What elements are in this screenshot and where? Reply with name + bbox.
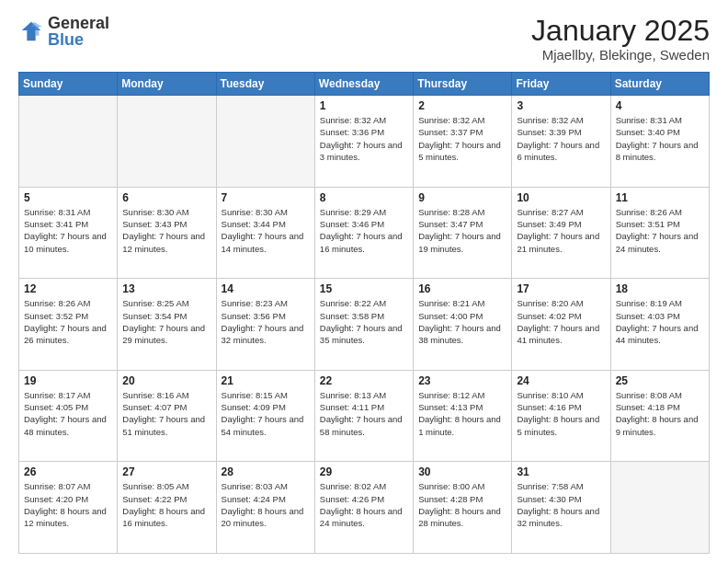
calendar-cell-3-0: 19Sunrise: 8:17 AM Sunset: 4:05 PM Dayli… (19, 370, 118, 462)
day-number-10: 10 (517, 191, 605, 204)
calendar-cell-3-1: 20Sunrise: 8:16 AM Sunset: 4:07 PM Dayli… (118, 370, 216, 462)
calendar-cell-0-6: 4Sunrise: 8:31 AM Sunset: 3:40 PM Daylig… (610, 96, 709, 188)
day-number-9: 9 (418, 191, 506, 204)
day-info-18: Sunrise: 8:19 AM Sunset: 4:03 PM Dayligh… (616, 297, 704, 346)
day-number-19: 19 (24, 374, 112, 387)
week-row-2: 5Sunrise: 8:31 AM Sunset: 3:41 PM Daylig… (19, 187, 710, 279)
day-number-31: 31 (517, 465, 605, 478)
day-number-11: 11 (616, 191, 704, 204)
day-number-3: 3 (517, 99, 605, 112)
day-info-23: Sunrise: 8:12 AM Sunset: 4:13 PM Dayligh… (418, 389, 506, 438)
day-number-18: 18 (616, 282, 704, 295)
calendar-cell-0-2 (216, 96, 314, 188)
week-row-3: 12Sunrise: 8:26 AM Sunset: 3:52 PM Dayli… (19, 279, 710, 371)
day-info-10: Sunrise: 8:27 AM Sunset: 3:49 PM Dayligh… (517, 206, 605, 255)
calendar-cell-2-0: 12Sunrise: 8:26 AM Sunset: 3:52 PM Dayli… (19, 279, 118, 371)
day-info-30: Sunrise: 8:00 AM Sunset: 4:28 PM Dayligh… (418, 480, 506, 529)
day-info-2: Sunrise: 8:32 AM Sunset: 3:37 PM Dayligh… (418, 114, 506, 163)
day-number-25: 25 (616, 374, 704, 387)
day-number-5: 5 (24, 191, 112, 204)
day-info-17: Sunrise: 8:20 AM Sunset: 4:02 PM Dayligh… (517, 297, 605, 346)
day-number-15: 15 (320, 282, 408, 295)
day-info-6: Sunrise: 8:30 AM Sunset: 3:43 PM Dayligh… (122, 206, 210, 255)
calendar-cell-3-2: 21Sunrise: 8:15 AM Sunset: 4:09 PM Dayli… (216, 370, 314, 462)
calendar-cell-1-6: 11Sunrise: 8:26 AM Sunset: 3:51 PM Dayli… (610, 187, 709, 279)
calendar-cell-4-3: 29Sunrise: 8:02 AM Sunset: 4:26 PM Dayli… (314, 462, 413, 554)
day-number-2: 2 (418, 99, 506, 112)
day-info-1: Sunrise: 8:32 AM Sunset: 3:36 PM Dayligh… (320, 114, 408, 163)
calendar-cell-0-1 (118, 96, 216, 188)
day-number-21: 21 (222, 374, 310, 387)
day-info-8: Sunrise: 8:29 AM Sunset: 3:46 PM Dayligh… (320, 206, 408, 255)
calendar-cell-3-4: 23Sunrise: 8:12 AM Sunset: 4:13 PM Dayli… (414, 370, 512, 462)
calendar-subtitle: Mjaellby, Blekinge, Sweden (531, 47, 710, 63)
calendar-cell-1-4: 9Sunrise: 8:28 AM Sunset: 3:47 PM Daylig… (414, 187, 512, 279)
day-info-21: Sunrise: 8:15 AM Sunset: 4:09 PM Dayligh… (222, 389, 310, 438)
calendar-cell-1-5: 10Sunrise: 8:27 AM Sunset: 3:49 PM Dayli… (512, 187, 610, 279)
calendar-cell-1-2: 7Sunrise: 8:30 AM Sunset: 3:44 PM Daylig… (216, 187, 314, 279)
title-block: January 2025 Mjaellby, Blekinge, Sweden (531, 15, 710, 63)
calendar-cell-1-0: 5Sunrise: 8:31 AM Sunset: 3:41 PM Daylig… (19, 187, 118, 279)
day-info-20: Sunrise: 8:16 AM Sunset: 4:07 PM Dayligh… (122, 389, 210, 438)
day-info-13: Sunrise: 8:25 AM Sunset: 3:54 PM Dayligh… (122, 297, 210, 346)
day-info-28: Sunrise: 8:03 AM Sunset: 4:24 PM Dayligh… (222, 480, 310, 529)
day-number-17: 17 (517, 282, 605, 295)
day-info-25: Sunrise: 8:08 AM Sunset: 4:18 PM Dayligh… (616, 389, 704, 438)
calendar-cell-0-3: 1Sunrise: 8:32 AM Sunset: 3:36 PM Daylig… (314, 96, 413, 188)
calendar-cell-1-3: 8Sunrise: 8:29 AM Sunset: 3:46 PM Daylig… (314, 187, 413, 279)
logo-icon (18, 18, 44, 44)
day-number-8: 8 (320, 191, 408, 204)
day-info-9: Sunrise: 8:28 AM Sunset: 3:47 PM Dayligh… (418, 206, 506, 255)
week-row-1: 1Sunrise: 8:32 AM Sunset: 3:36 PM Daylig… (19, 96, 710, 188)
day-info-11: Sunrise: 8:26 AM Sunset: 3:51 PM Dayligh… (616, 206, 704, 255)
day-info-7: Sunrise: 8:30 AM Sunset: 3:44 PM Dayligh… (222, 206, 310, 255)
calendar-cell-4-2: 28Sunrise: 8:03 AM Sunset: 4:24 PM Dayli… (216, 462, 314, 554)
day-info-22: Sunrise: 8:13 AM Sunset: 4:11 PM Dayligh… (320, 389, 408, 438)
day-info-3: Sunrise: 8:32 AM Sunset: 3:39 PM Dayligh… (517, 114, 605, 163)
day-info-24: Sunrise: 8:10 AM Sunset: 4:16 PM Dayligh… (517, 389, 605, 438)
logo-general-text: General (48, 15, 109, 31)
day-info-27: Sunrise: 8:05 AM Sunset: 4:22 PM Dayligh… (122, 480, 210, 529)
calendar-cell-2-3: 15Sunrise: 8:22 AM Sunset: 3:58 PM Dayli… (314, 279, 413, 371)
calendar-cell-0-0 (19, 96, 118, 188)
day-info-26: Sunrise: 8:07 AM Sunset: 4:20 PM Dayligh… (24, 480, 112, 529)
day-info-12: Sunrise: 8:26 AM Sunset: 3:52 PM Dayligh… (24, 297, 112, 346)
day-number-27: 27 (122, 465, 210, 478)
calendar-cell-2-4: 16Sunrise: 8:21 AM Sunset: 4:00 PM Dayli… (414, 279, 512, 371)
calendar-title: January 2025 (531, 15, 710, 47)
day-info-4: Sunrise: 8:31 AM Sunset: 3:40 PM Dayligh… (616, 114, 704, 163)
logo: General Blue (18, 15, 109, 48)
header-thursday: Thursday (414, 73, 512, 96)
week-row-5: 26Sunrise: 8:07 AM Sunset: 4:20 PM Dayli… (19, 462, 710, 554)
calendar-cell-2-1: 13Sunrise: 8:25 AM Sunset: 3:54 PM Dayli… (118, 279, 216, 371)
day-number-26: 26 (24, 465, 112, 478)
day-info-16: Sunrise: 8:21 AM Sunset: 4:00 PM Dayligh… (418, 297, 506, 346)
day-info-14: Sunrise: 8:23 AM Sunset: 3:56 PM Dayligh… (222, 297, 310, 346)
calendar-cell-3-3: 22Sunrise: 8:13 AM Sunset: 4:11 PM Dayli… (314, 370, 413, 462)
header-sunday: Sunday (19, 73, 118, 96)
day-number-6: 6 (122, 191, 210, 204)
day-number-12: 12 (24, 282, 112, 295)
calendar-cell-2-6: 18Sunrise: 8:19 AM Sunset: 4:03 PM Dayli… (610, 279, 709, 371)
day-number-14: 14 (222, 282, 310, 295)
header-friday: Friday (512, 73, 610, 96)
logo-blue-text: Blue (48, 31, 109, 48)
calendar-cell-3-6: 25Sunrise: 8:08 AM Sunset: 4:18 PM Dayli… (610, 370, 709, 462)
calendar-cell-4-6 (610, 462, 709, 554)
day-number-22: 22 (320, 374, 408, 387)
week-row-4: 19Sunrise: 8:17 AM Sunset: 4:05 PM Dayli… (19, 370, 710, 462)
calendar-cell-4-4: 30Sunrise: 8:00 AM Sunset: 4:28 PM Dayli… (414, 462, 512, 554)
day-info-15: Sunrise: 8:22 AM Sunset: 3:58 PM Dayligh… (320, 297, 408, 346)
calendar-cell-0-5: 3Sunrise: 8:32 AM Sunset: 3:39 PM Daylig… (512, 96, 610, 188)
weekday-header-row: Sunday Monday Tuesday Wednesday Thursday… (19, 73, 710, 96)
calendar-cell-1-1: 6Sunrise: 8:30 AM Sunset: 3:43 PM Daylig… (118, 187, 216, 279)
day-number-20: 20 (122, 374, 210, 387)
header-wednesday: Wednesday (314, 73, 413, 96)
header-tuesday: Tuesday (216, 73, 314, 96)
calendar-cell-4-5: 31Sunrise: 7:58 AM Sunset: 4:30 PM Dayli… (512, 462, 610, 554)
calendar-cell-2-2: 14Sunrise: 8:23 AM Sunset: 3:56 PM Dayli… (216, 279, 314, 371)
calendar-cell-4-1: 27Sunrise: 8:05 AM Sunset: 4:22 PM Dayli… (118, 462, 216, 554)
day-number-16: 16 (418, 282, 506, 295)
day-number-28: 28 (222, 465, 310, 478)
day-info-19: Sunrise: 8:17 AM Sunset: 4:05 PM Dayligh… (24, 389, 112, 438)
